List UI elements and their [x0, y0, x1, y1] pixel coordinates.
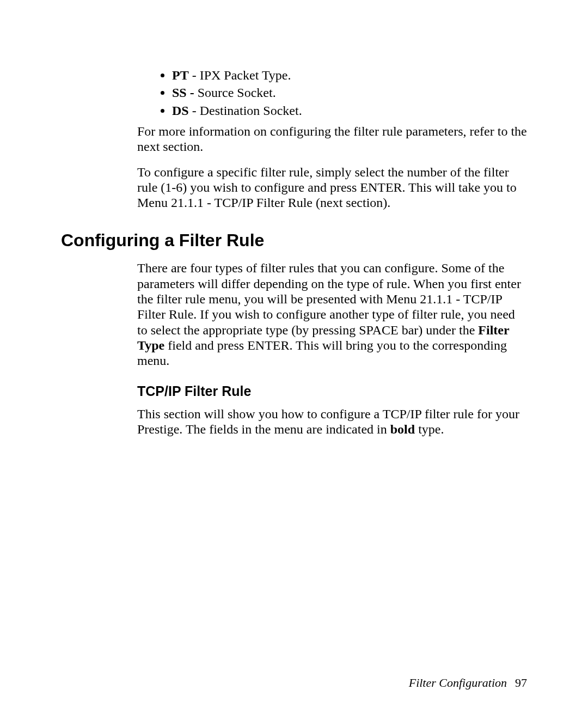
subsection-heading: TCP/IP Filter Rule — [137, 383, 527, 400]
sep: - — [189, 68, 200, 82]
text-run: This section will show you how to config… — [137, 407, 519, 436]
sep: - — [187, 86, 198, 100]
page: PT - IPX Packet Type. SS - Source Socket… — [0, 0, 588, 714]
sep: - — [189, 103, 200, 118]
paragraph-configure: To configure a specific filter rule, sim… — [137, 164, 527, 211]
acronym-list: PT - IPX Packet Type. SS - Source Socket… — [137, 68, 527, 118]
paragraph-section: There are four types of filter rules tha… — [137, 260, 527, 368]
footer-page-number: 97 — [515, 676, 527, 689]
text-run: field and press ENTER. This will bring y… — [137, 338, 507, 368]
list-item: DS - Destination Socket. — [172, 103, 527, 118]
desc: Destination Socket. — [200, 103, 302, 118]
body-column: There are four types of filter rules tha… — [137, 260, 527, 437]
desc: Source Socket. — [198, 86, 276, 100]
paragraph-subsection: This section will show you how to config… — [137, 406, 527, 437]
term-ss: SS — [172, 86, 187, 100]
text-run: type. — [415, 422, 444, 436]
list-item: PT - IPX Packet Type. — [172, 68, 527, 83]
footer-label: Filter Configuration — [409, 676, 507, 689]
body-column: PT - IPX Packet Type. SS - Source Socket… — [137, 68, 527, 211]
list-item: SS - Source Socket. — [172, 85, 527, 100]
term-ds: DS — [172, 103, 189, 118]
paragraph-info: For more information on configuring the … — [137, 124, 527, 155]
text-run: There are four types of filter rules tha… — [137, 261, 521, 337]
page-footer: Filter Configuration 97 — [409, 676, 527, 690]
term-pt: PT — [172, 68, 189, 82]
bold-word: bold — [390, 422, 415, 436]
section-heading: Configuring a Filter Rule — [61, 230, 527, 251]
desc: IPX Packet Type. — [200, 68, 291, 82]
